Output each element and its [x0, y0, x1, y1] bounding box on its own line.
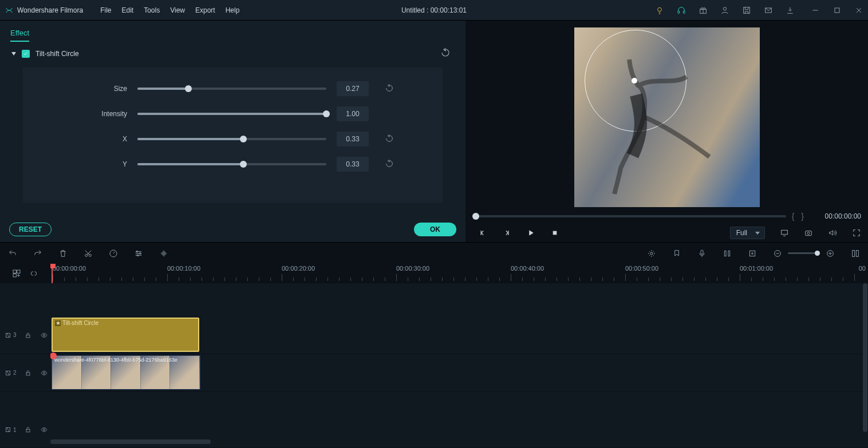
- audio-icon[interactable]: [159, 249, 168, 258]
- reset-button[interactable]: RESET: [9, 223, 52, 236]
- voiceover-icon[interactable]: [697, 249, 707, 258]
- step-back-icon[interactable]: [478, 228, 487, 237]
- menu-help[interactable]: Help: [226, 6, 240, 14]
- param-size-reset-icon[interactable]: [385, 84, 394, 94]
- effect-body: Size 0.27 Intensity 1.00 X: [23, 68, 443, 203]
- track-head-1: 1: [0, 412, 50, 447]
- auto-ripple-icon[interactable]: [29, 269, 38, 278]
- preview-progress[interactable]: [472, 215, 786, 217]
- collapse-caret-icon[interactable]: [11, 52, 16, 55]
- adjust-icon[interactable]: [134, 249, 143, 258]
- clip-effect[interactable]: ★Tilt-shift Circle: [52, 318, 199, 352]
- fullscreen-icon[interactable]: [852, 228, 861, 237]
- param-y-reset-icon[interactable]: [385, 159, 394, 170]
- svg-rect-1: [678, 11, 680, 13]
- param-x-value[interactable]: 0.33: [337, 132, 369, 146]
- zoom-in-icon[interactable]: [826, 249, 835, 258]
- param-intensity-slider[interactable]: [137, 113, 326, 115]
- menu-view[interactable]: View: [170, 6, 185, 14]
- quality-select[interactable]: Full: [730, 227, 765, 239]
- effect-footer: RESET OK: [0, 218, 465, 242]
- headphone-icon[interactable]: [677, 6, 686, 15]
- user-icon[interactable]: [720, 6, 729, 15]
- mail-icon[interactable]: [764, 6, 773, 15]
- param-intensity-value[interactable]: 1.00: [337, 106, 369, 121]
- playhead[interactable]: [52, 264, 53, 283]
- ruler-label-4: 00:00:40:00: [511, 265, 544, 272]
- project-title: Untitled : 00:00:13:01: [401, 6, 467, 14]
- ruler-label-2: 00:00:20:00: [282, 265, 315, 272]
- track-manager-icon[interactable]: [12, 269, 21, 278]
- track2-toggle[interactable]: 2: [5, 370, 17, 376]
- track2-lock-icon[interactable]: [23, 368, 33, 378]
- track3-toggle[interactable]: 3: [5, 332, 17, 339]
- save-icon[interactable]: [742, 6, 751, 15]
- track-head-3: 3: [0, 316, 50, 354]
- ruler-label-0: 00:00:00:00: [53, 265, 86, 272]
- clip-video[interactable]: wondershare-4f0778bf-8130-4fb0-b75d-2176…: [52, 355, 200, 390]
- zoom-slider[interactable]: [788, 252, 820, 254]
- mixer-icon[interactable]: [723, 249, 732, 258]
- menu-file[interactable]: File: [100, 6, 111, 14]
- preview-canvas[interactable]: [574, 27, 760, 207]
- idea-icon[interactable]: [655, 6, 664, 15]
- param-y-value[interactable]: 0.33: [337, 157, 369, 172]
- transport-bar: Full: [465, 223, 868, 244]
- mark-in-icon[interactable]: {: [792, 212, 795, 221]
- effect-tab[interactable]: Effect: [0, 21, 465, 42]
- speed-icon[interactable]: [109, 249, 118, 258]
- track-video[interactable]: wondershare-4f0778bf-8130-4fb0-b75d-2176…: [50, 354, 868, 392]
- ruler[interactable]: 00:00:00:00 00:00:10:00 00:00:20:00 00:0…: [50, 264, 868, 283]
- delete-icon[interactable]: [58, 249, 68, 258]
- minimize-icon[interactable]: [811, 6, 820, 15]
- step-forward-icon[interactable]: [502, 228, 511, 237]
- clip-effect-label: Tilt-shift Circle: [62, 320, 98, 326]
- param-intensity-label: Intensity: [34, 110, 137, 118]
- ruler-label-1: 00:00:10:00: [167, 265, 200, 272]
- undo-icon[interactable]: [8, 249, 17, 258]
- cut-icon[interactable]: [84, 249, 93, 258]
- render-icon[interactable]: [647, 249, 656, 258]
- track3-eye-icon[interactable]: [40, 331, 49, 340]
- zoom-out-icon[interactable]: [773, 249, 782, 258]
- camera-icon[interactable]: [804, 228, 813, 237]
- menu-edit[interactable]: Edit: [122, 6, 134, 14]
- crop-icon[interactable]: [748, 249, 757, 258]
- track-effect[interactable]: ★Tilt-shift Circle: [50, 316, 868, 354]
- track2-eye-icon[interactable]: [40, 368, 49, 378]
- effect-enable-checkbox[interactable]: [22, 50, 30, 58]
- gift-icon[interactable]: [699, 6, 708, 15]
- track1-toggle[interactable]: 1: [5, 426, 17, 433]
- param-y-slider[interactable]: [137, 163, 326, 165]
- menu-export[interactable]: Export: [195, 6, 215, 14]
- vertical-scrollbar[interactable]: [862, 283, 868, 432]
- track3-lock-icon[interactable]: [23, 331, 33, 340]
- track-head-2: 2: [0, 354, 50, 392]
- mark-out-icon[interactable]: }: [801, 212, 804, 221]
- track1-eye-icon[interactable]: [40, 425, 49, 434]
- tracks-body[interactable]: ★Tilt-shift Circle wondershare-4f0778bf-…: [50, 283, 868, 447]
- play-icon[interactable]: [526, 228, 535, 237]
- param-size-slider[interactable]: [137, 88, 326, 90]
- stop-icon[interactable]: [550, 228, 559, 237]
- display-icon[interactable]: [780, 228, 789, 237]
- download-icon[interactable]: [786, 6, 795, 15]
- dancer-silhouette: [589, 54, 727, 197]
- ok-button[interactable]: OK: [414, 223, 456, 236]
- track1-lock-icon[interactable]: [23, 425, 33, 434]
- svg-rect-20: [749, 251, 755, 256]
- marker-icon[interactable]: [672, 249, 681, 258]
- param-size-value[interactable]: 0.27: [337, 81, 369, 96]
- app-logo-icon: [5, 6, 14, 15]
- effect-reset-icon[interactable]: [440, 47, 451, 60]
- close-icon[interactable]: [854, 6, 863, 15]
- volume-icon[interactable]: [828, 228, 837, 237]
- maximize-icon[interactable]: [833, 6, 842, 15]
- svg-point-34: [43, 372, 45, 374]
- param-x-reset-icon[interactable]: [385, 134, 394, 145]
- timeline-panel-icon[interactable]: [851, 249, 860, 258]
- param-x-slider[interactable]: [137, 138, 326, 140]
- redo-icon[interactable]: [33, 249, 42, 258]
- horizontal-scrollbar[interactable]: [50, 439, 861, 445]
- menu-tools[interactable]: Tools: [144, 6, 160, 14]
